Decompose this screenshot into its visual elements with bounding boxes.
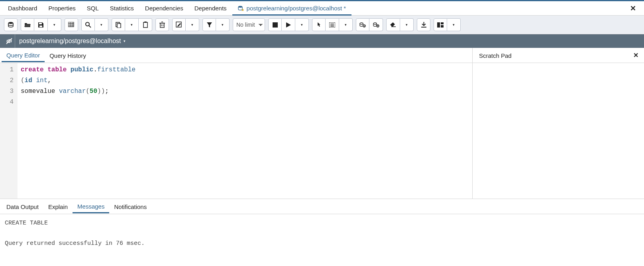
clear-dropdown[interactable]: ▾ (400, 18, 414, 31)
folder-open-icon (24, 22, 31, 28)
edit-grid-button[interactable] (65, 18, 78, 31)
nav-dependencies[interactable]: Dependencies (139, 1, 189, 16)
svg-rect-12 (117, 24, 121, 28)
folder-open-button[interactable] (21, 18, 34, 31)
nav-dependents[interactable]: Dependents (189, 1, 232, 16)
connection-status-icon[interactable] (3, 34, 15, 48)
commit-icon (359, 22, 366, 28)
tab-query-history[interactable]: Query History (45, 49, 91, 61)
paste-button[interactable] (139, 18, 152, 31)
explain-analyze-button[interactable] (326, 18, 339, 31)
commit-button[interactable] (356, 18, 369, 31)
top-nav: Dashboard Properties SQL Statistics Depe… (0, 1, 644, 16)
svg-point-9 (86, 22, 89, 26)
svg-line-10 (89, 26, 91, 28)
rollback-button[interactable] (369, 18, 383, 31)
code-token: somevalue (21, 88, 59, 95)
code-token: ( (86, 88, 90, 95)
download-button[interactable] (417, 18, 430, 31)
nav-query-tool-label: postgrelearning/postgres@localhost * (247, 5, 346, 12)
message-line: CREATE TABLE (5, 220, 48, 227)
row-limit-select[interactable]: No limit (233, 18, 265, 31)
svg-point-1 (8, 22, 13, 24)
svg-point-26 (360, 23, 363, 24)
filter-dropdown[interactable]: ▾ (216, 18, 230, 31)
rollback-icon (373, 22, 379, 28)
filter-button[interactable] (202, 18, 216, 31)
nav-dashboard[interactable]: Dashboard (2, 1, 43, 16)
chevron-down-icon: ▾ (301, 23, 303, 27)
execute-dropdown[interactable]: ▾ (295, 18, 309, 31)
tab-data-output[interactable]: Data Output (2, 200, 43, 213)
pencil-square-icon (176, 22, 182, 28)
clear-button[interactable] (386, 18, 400, 31)
chevron-down-icon: ▾ (100, 23, 102, 27)
nav-query-tool-tab[interactable]: postgrelearning/postgres@localhost * (232, 1, 352, 16)
code-token: varchar (59, 88, 86, 95)
database-icon (8, 22, 14, 28)
scratch-pad-title: Scratch Pad (474, 49, 516, 61)
output-panel: Data Output Explain Messages Notificatio… (0, 199, 644, 253)
code-token: id (25, 77, 32, 84)
save-button[interactable] (34, 18, 48, 31)
code-token: , (47, 77, 51, 84)
chevron-down-icon: ▾ (131, 23, 133, 27)
edit-dropdown[interactable]: ▾ (186, 18, 199, 31)
tab-notifications[interactable]: Notifications (109, 200, 151, 213)
connection-bar: postgrelearning/postgres@localhost ▾ (0, 34, 644, 48)
save-dropdown[interactable]: ▾ (48, 18, 61, 31)
explain-dropdown[interactable]: ▾ (339, 18, 353, 31)
code-gutter: 1 2 3 4 (0, 63, 18, 199)
play-icon (286, 22, 291, 28)
tab-query-editor[interactable]: Query Editor (2, 49, 45, 62)
chevron-down-icon: ▾ (53, 23, 55, 27)
chevron-down-icon: ▾ (222, 23, 224, 27)
query-tool-icon (238, 5, 244, 12)
open-file-button[interactable] (4, 18, 18, 31)
svg-rect-3 (39, 26, 42, 27)
svg-rect-15 (160, 23, 164, 28)
nav-statistics[interactable]: Statistics (104, 1, 139, 16)
code-editor[interactable]: 1 2 3 4 create table public.firsttable(i… (0, 63, 472, 199)
copy-dropdown[interactable]: ▾ (125, 18, 139, 31)
code-token: . (93, 66, 97, 73)
nav-properties[interactable]: Properties (43, 1, 81, 16)
find-button[interactable] (81, 18, 95, 31)
line-number: 4 (5, 97, 14, 108)
explain-button[interactable] (312, 18, 326, 31)
close-tab-button[interactable]: ✕ (624, 2, 642, 15)
delete-button[interactable] (155, 18, 169, 31)
list-icon (329, 22, 335, 28)
trash-icon (159, 22, 165, 28)
macros-dropdown[interactable]: ▾ (447, 18, 461, 31)
download-icon (421, 22, 427, 28)
code-content[interactable]: create table public.firsttable(id int,so… (18, 63, 135, 199)
copy-icon (116, 22, 122, 28)
line-number: 1 (5, 65, 14, 75)
stop-button[interactable] (268, 18, 282, 31)
macros-button[interactable] (434, 18, 447, 31)
output-tabs: Data Output Explain Messages Notificatio… (0, 199, 644, 214)
close-scratch-button[interactable]: ✕ (629, 51, 642, 59)
svg-rect-32 (437, 22, 440, 28)
code-token: 50 (90, 88, 97, 95)
edit-button[interactable] (172, 18, 186, 31)
scratch-header: Scratch Pad ✕ (473, 48, 644, 63)
tab-explain[interactable]: Explain (43, 200, 73, 213)
nav-sql[interactable]: SQL (81, 1, 104, 16)
line-number: 2 (5, 75, 14, 86)
search-icon (85, 22, 91, 28)
copy-button[interactable] (112, 18, 125, 31)
layout-icon (437, 22, 444, 28)
chevron-down-icon: ▾ (124, 39, 126, 43)
svg-point-28 (373, 23, 377, 24)
execute-button[interactable] (282, 18, 295, 31)
connection-selector[interactable]: postgrelearning/postgres@localhost ▾ (19, 37, 126, 45)
paste-icon (143, 22, 148, 28)
code-token: ) (101, 88, 105, 95)
svg-rect-2 (39, 23, 42, 24)
find-dropdown[interactable]: ▾ (95, 18, 108, 31)
scratch-pad-body[interactable] (473, 63, 644, 199)
stop-icon (273, 22, 278, 28)
tab-messages[interactable]: Messages (73, 200, 109, 213)
